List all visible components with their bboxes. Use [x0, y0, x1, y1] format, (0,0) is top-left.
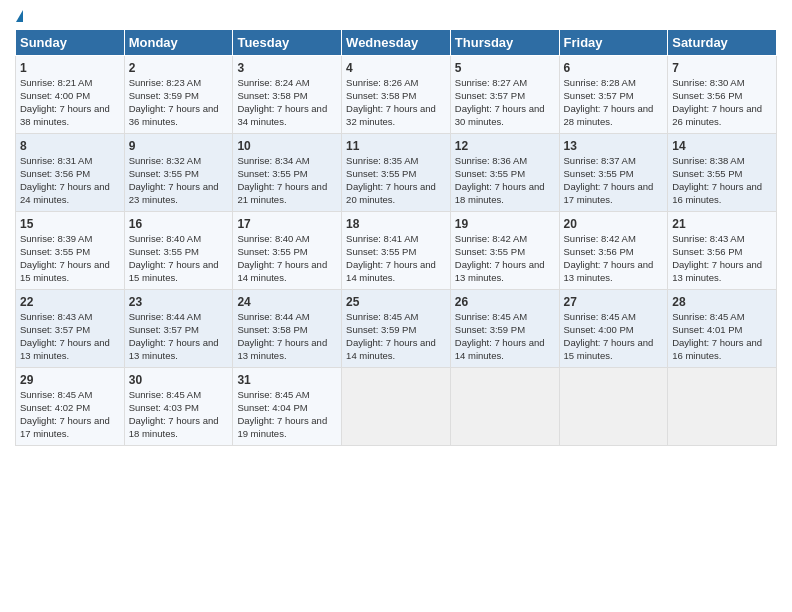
daylight-text: Daylight: 7 hours and 14 minutes. — [455, 337, 545, 361]
day-number: 1 — [20, 60, 120, 76]
calendar-cell — [450, 368, 559, 446]
calendar-cell — [668, 368, 777, 446]
daylight-text: Daylight: 7 hours and 36 minutes. — [129, 103, 219, 127]
calendar-cell: 9Sunrise: 8:32 AMSunset: 3:55 PMDaylight… — [124, 134, 233, 212]
sunset-text: Sunset: 3:55 PM — [129, 246, 199, 257]
day-number: 13 — [564, 138, 664, 154]
sunset-text: Sunset: 3:55 PM — [20, 246, 90, 257]
daylight-text: Daylight: 7 hours and 30 minutes. — [455, 103, 545, 127]
sunrise-text: Sunrise: 8:24 AM — [237, 77, 309, 88]
sunrise-text: Sunrise: 8:45 AM — [237, 389, 309, 400]
daylight-text: Daylight: 7 hours and 13 minutes. — [129, 337, 219, 361]
sunrise-text: Sunrise: 8:45 AM — [346, 311, 418, 322]
daylight-text: Daylight: 7 hours and 17 minutes. — [20, 415, 110, 439]
calendar-cell: 7Sunrise: 8:30 AMSunset: 3:56 PMDaylight… — [668, 56, 777, 134]
day-number: 8 — [20, 138, 120, 154]
day-number: 16 — [129, 216, 229, 232]
sunset-text: Sunset: 3:55 PM — [129, 168, 199, 179]
daylight-text: Daylight: 7 hours and 14 minutes. — [346, 337, 436, 361]
calendar-week-row: 22Sunrise: 8:43 AMSunset: 3:57 PMDayligh… — [16, 290, 777, 368]
sunset-text: Sunset: 4:04 PM — [237, 402, 307, 413]
day-number: 23 — [129, 294, 229, 310]
daylight-text: Daylight: 7 hours and 21 minutes. — [237, 181, 327, 205]
sunset-text: Sunset: 4:02 PM — [20, 402, 90, 413]
daylight-text: Daylight: 7 hours and 23 minutes. — [129, 181, 219, 205]
sunrise-text: Sunrise: 8:45 AM — [20, 389, 92, 400]
sunrise-text: Sunrise: 8:37 AM — [564, 155, 636, 166]
calendar-cell: 29Sunrise: 8:45 AMSunset: 4:02 PMDayligh… — [16, 368, 125, 446]
sunset-text: Sunset: 4:01 PM — [672, 324, 742, 335]
sunrise-text: Sunrise: 8:38 AM — [672, 155, 744, 166]
day-number: 22 — [20, 294, 120, 310]
header — [15, 10, 777, 21]
daylight-text: Daylight: 7 hours and 32 minutes. — [346, 103, 436, 127]
sunset-text: Sunset: 3:55 PM — [455, 168, 525, 179]
daylight-text: Daylight: 7 hours and 15 minutes. — [20, 259, 110, 283]
day-header-saturday: Saturday — [668, 30, 777, 56]
sunrise-text: Sunrise: 8:42 AM — [455, 233, 527, 244]
sunrise-text: Sunrise: 8:43 AM — [672, 233, 744, 244]
daylight-text: Daylight: 7 hours and 15 minutes. — [129, 259, 219, 283]
sunset-text: Sunset: 3:57 PM — [455, 90, 525, 101]
calendar-cell: 19Sunrise: 8:42 AMSunset: 3:55 PMDayligh… — [450, 212, 559, 290]
sunset-text: Sunset: 4:00 PM — [20, 90, 90, 101]
sunset-text: Sunset: 4:00 PM — [564, 324, 634, 335]
daylight-text: Daylight: 7 hours and 26 minutes. — [672, 103, 762, 127]
sunset-text: Sunset: 3:58 PM — [237, 324, 307, 335]
sunset-text: Sunset: 4:03 PM — [129, 402, 199, 413]
sunrise-text: Sunrise: 8:44 AM — [129, 311, 201, 322]
calendar-cell: 28Sunrise: 8:45 AMSunset: 4:01 PMDayligh… — [668, 290, 777, 368]
day-number: 20 — [564, 216, 664, 232]
day-number: 26 — [455, 294, 555, 310]
day-number: 30 — [129, 372, 229, 388]
sunset-text: Sunset: 3:55 PM — [672, 168, 742, 179]
sunset-text: Sunset: 3:55 PM — [346, 168, 416, 179]
calendar-cell: 11Sunrise: 8:35 AMSunset: 3:55 PMDayligh… — [342, 134, 451, 212]
logo — [15, 10, 23, 21]
sunrise-text: Sunrise: 8:30 AM — [672, 77, 744, 88]
sunrise-text: Sunrise: 8:34 AM — [237, 155, 309, 166]
daylight-text: Daylight: 7 hours and 28 minutes. — [564, 103, 654, 127]
sunrise-text: Sunrise: 8:43 AM — [20, 311, 92, 322]
calendar-cell: 18Sunrise: 8:41 AMSunset: 3:55 PMDayligh… — [342, 212, 451, 290]
sunrise-text: Sunrise: 8:39 AM — [20, 233, 92, 244]
sunrise-text: Sunrise: 8:41 AM — [346, 233, 418, 244]
sunrise-text: Sunrise: 8:31 AM — [20, 155, 92, 166]
sunset-text: Sunset: 3:56 PM — [672, 246, 742, 257]
daylight-text: Daylight: 7 hours and 24 minutes. — [20, 181, 110, 205]
calendar-week-row: 8Sunrise: 8:31 AMSunset: 3:56 PMDaylight… — [16, 134, 777, 212]
sunrise-text: Sunrise: 8:40 AM — [237, 233, 309, 244]
sunset-text: Sunset: 3:57 PM — [20, 324, 90, 335]
calendar-cell: 24Sunrise: 8:44 AMSunset: 3:58 PMDayligh… — [233, 290, 342, 368]
sunrise-text: Sunrise: 8:35 AM — [346, 155, 418, 166]
day-number: 2 — [129, 60, 229, 76]
day-number: 24 — [237, 294, 337, 310]
day-number: 17 — [237, 216, 337, 232]
day-number: 29 — [20, 372, 120, 388]
sunset-text: Sunset: 3:55 PM — [237, 168, 307, 179]
sunrise-text: Sunrise: 8:21 AM — [20, 77, 92, 88]
calendar-cell: 10Sunrise: 8:34 AMSunset: 3:55 PMDayligh… — [233, 134, 342, 212]
sunrise-text: Sunrise: 8:45 AM — [564, 311, 636, 322]
calendar-cell: 1Sunrise: 8:21 AMSunset: 4:00 PMDaylight… — [16, 56, 125, 134]
calendar-cell: 2Sunrise: 8:23 AMSunset: 3:59 PMDaylight… — [124, 56, 233, 134]
daylight-text: Daylight: 7 hours and 20 minutes. — [346, 181, 436, 205]
sunset-text: Sunset: 3:59 PM — [129, 90, 199, 101]
sunset-text: Sunset: 3:55 PM — [237, 246, 307, 257]
calendar-cell: 21Sunrise: 8:43 AMSunset: 3:56 PMDayligh… — [668, 212, 777, 290]
sunrise-text: Sunrise: 8:27 AM — [455, 77, 527, 88]
sunset-text: Sunset: 3:59 PM — [346, 324, 416, 335]
sunset-text: Sunset: 3:58 PM — [237, 90, 307, 101]
calendar-cell: 13Sunrise: 8:37 AMSunset: 3:55 PMDayligh… — [559, 134, 668, 212]
day-number: 10 — [237, 138, 337, 154]
daylight-text: Daylight: 7 hours and 14 minutes. — [346, 259, 436, 283]
day-number: 25 — [346, 294, 446, 310]
daylight-text: Daylight: 7 hours and 13 minutes. — [455, 259, 545, 283]
day-header-sunday: Sunday — [16, 30, 125, 56]
sunset-text: Sunset: 3:56 PM — [564, 246, 634, 257]
day-number: 7 — [672, 60, 772, 76]
day-number: 14 — [672, 138, 772, 154]
daylight-text: Daylight: 7 hours and 34 minutes. — [237, 103, 327, 127]
sunrise-text: Sunrise: 8:23 AM — [129, 77, 201, 88]
daylight-text: Daylight: 7 hours and 15 minutes. — [564, 337, 654, 361]
